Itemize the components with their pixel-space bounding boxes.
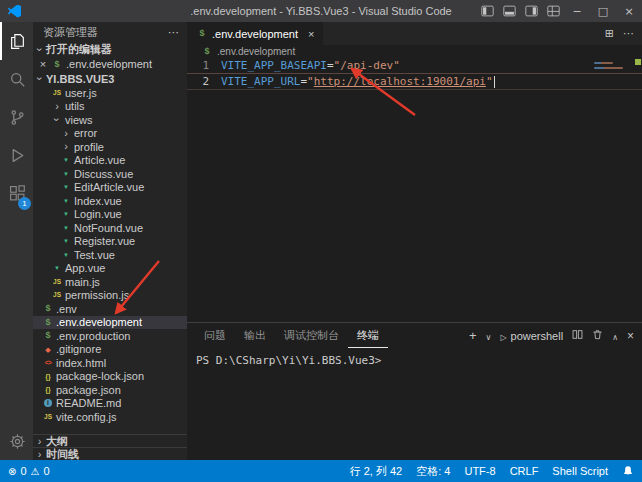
maximize-button[interactable]: □ xyxy=(590,0,616,22)
tree-item-label: .gitignore xyxy=(56,343,101,355)
cursor-position-status[interactable]: 行 2, 列 42 xyxy=(350,464,403,479)
js-file-icon xyxy=(51,279,63,286)
panel-tab-problems[interactable]: 问题 xyxy=(195,323,235,348)
tree-item-label: permission.js xyxy=(65,289,129,301)
tree-file-README.md[interactable]: README.md xyxy=(33,397,187,411)
toggle-panel-icon[interactable] xyxy=(498,0,520,22)
outline-section-header[interactable]: 大纲 xyxy=(33,434,187,447)
shell-file-icon xyxy=(196,29,208,38)
tree-file-vite.config.js[interactable]: vite.config.js xyxy=(33,410,187,424)
shell-selector[interactable]: powershell xyxy=(500,330,563,342)
timeline-section-header[interactable]: 时间线 xyxy=(33,447,187,460)
json-file-icon xyxy=(42,373,54,380)
kill-terminal-icon[interactable] xyxy=(592,329,603,342)
tree-folder-error[interactable]: error xyxy=(33,127,187,141)
status-bar: 0 0 行 2, 列 42 空格: 4 UTF-8 CRLF Shell Scr… xyxy=(0,460,642,482)
customize-layout-icon[interactable] xyxy=(542,0,564,22)
minimap[interactable] xyxy=(594,60,634,120)
tree-folder-profile[interactable]: profile xyxy=(33,140,187,154)
project-section-header[interactable]: YI.BBS.VUE3 xyxy=(33,71,187,86)
code-line-1[interactable]: 1VITE_APP_BASEAPI="/api-dev" xyxy=(187,58,642,73)
source-control-icon[interactable] xyxy=(0,98,33,136)
info-file-icon xyxy=(42,399,54,407)
tree-file-user.js[interactable]: user.js xyxy=(33,86,187,100)
indentation-status[interactable]: 空格: 4 xyxy=(416,464,450,479)
editor-tab-env-development[interactable]: .env.development xyxy=(187,22,323,45)
window-close-button[interactable]: × xyxy=(616,0,642,22)
explorer-icon[interactable] xyxy=(0,22,33,60)
panel-tab-debug-console[interactable]: 调试控制台 xyxy=(275,323,348,348)
maximize-panel-icon[interactable] xyxy=(612,330,618,342)
split-terminal-icon[interactable] xyxy=(572,329,583,342)
run-debug-icon[interactable] xyxy=(0,136,33,174)
token-link: http://localhost:19001/api xyxy=(314,75,486,88)
tree-file-.env.development[interactable]: .env.development xyxy=(33,316,187,330)
shell-file-icon xyxy=(42,318,54,327)
tree-file-package.json[interactable]: package.json xyxy=(33,383,187,397)
warning-count: 0 xyxy=(43,465,49,477)
extensions-badge: 1 xyxy=(18,197,31,210)
tree-file-App.vue[interactable]: App.vue xyxy=(33,262,187,276)
close-editor-icon[interactable] xyxy=(38,58,48,70)
code-editor[interactable]: 1VITE_APP_BASEAPI="/api-dev"2VITE_APP_UR… xyxy=(187,58,642,322)
js-file-icon xyxy=(51,292,63,299)
tree-item-label: .env xyxy=(56,303,77,315)
panel-tab-output[interactable]: 输出 xyxy=(235,323,275,348)
toggle-secondary-sidebar-icon[interactable] xyxy=(520,0,542,22)
tree-folder-utils[interactable]: utils xyxy=(33,100,187,114)
problems-status[interactable]: 0 0 xyxy=(8,465,50,477)
tree-file-permission.js[interactable]: permission.js xyxy=(33,289,187,303)
tree-file-.env.production[interactable]: .env.production xyxy=(33,329,187,343)
panel-tab-terminal[interactable]: 终端 xyxy=(348,323,388,348)
open-editor-item[interactable]: .env.development xyxy=(33,57,187,71)
tree-file-package-lock.json[interactable]: package-lock.json xyxy=(33,370,187,384)
settings-gear-icon[interactable] xyxy=(0,422,33,460)
encoding-status[interactable]: UTF-8 xyxy=(464,465,495,477)
terminal-icon xyxy=(500,330,506,342)
search-icon[interactable] xyxy=(0,60,33,98)
tree-file-Register.vue[interactable]: Register.vue xyxy=(33,235,187,249)
open-editors-header[interactable]: 打开的编辑器 xyxy=(33,42,187,57)
terminal-profile-dropdown-icon[interactable] xyxy=(486,330,492,342)
editor-actions xyxy=(605,22,634,45)
close-tab-icon[interactable] xyxy=(308,28,314,40)
minimize-button[interactable]: ─ xyxy=(564,0,590,22)
tree-item-label: Register.vue xyxy=(74,235,135,247)
tree-file-Test.vue[interactable]: Test.vue xyxy=(33,248,187,262)
overview-ruler-mark xyxy=(635,59,641,65)
statusbar-right: 行 2, 列 42 空格: 4 UTF-8 CRLF Shell Script xyxy=(350,464,634,479)
language-mode-status[interactable]: Shell Script xyxy=(552,465,608,477)
breadcrumb[interactable]: .env.development xyxy=(187,45,642,58)
sidebar-more-actions-icon[interactable] xyxy=(168,26,179,39)
chevron-collapsed-icon xyxy=(60,141,72,152)
toggle-sidebar-icon[interactable] xyxy=(476,0,498,22)
timeline-label: 时间线 xyxy=(46,447,79,461)
tree-file-.env[interactable]: .env xyxy=(33,302,187,316)
tree-file-NotFound.vue[interactable]: NotFound.vue xyxy=(33,221,187,235)
error-count: 0 xyxy=(20,465,26,477)
eol-status[interactable]: CRLF xyxy=(510,465,539,477)
minimap-line xyxy=(594,62,613,64)
chevron-expanded-icon xyxy=(33,73,46,84)
tree-file-.gitignore[interactable]: .gitignore xyxy=(33,343,187,357)
token-string: " xyxy=(486,75,493,88)
split-editor-icon[interactable] xyxy=(605,27,614,40)
tree-folder-views[interactable]: views xyxy=(33,113,187,127)
code-line-2[interactable]: 2VITE_APP_URL="http://localhost:19001/ap… xyxy=(187,73,642,90)
editor-more-actions-icon[interactable] xyxy=(623,27,634,40)
new-terminal-icon[interactable] xyxy=(469,328,477,343)
notifications-bell-icon[interactable] xyxy=(622,465,634,477)
vue-file-icon xyxy=(60,171,72,177)
tree-file-index.html[interactable]: index.html xyxy=(33,356,187,370)
extensions-icon[interactable]: 1 xyxy=(0,174,33,212)
tree-file-Index.vue[interactable]: Index.vue xyxy=(33,194,187,208)
terminal-content[interactable]: PS D:\CSharp\Yi\Yi.BBS.Vue3> xyxy=(187,348,642,460)
tree-item-label: NotFound.vue xyxy=(74,222,143,234)
tree-file-EditArticle.vue[interactable]: EditArticle.vue xyxy=(33,181,187,195)
vue-file-icon xyxy=(60,211,72,217)
tree-file-main.js[interactable]: main.js xyxy=(33,275,187,289)
tree-file-Login.vue[interactable]: Login.vue xyxy=(33,208,187,222)
tree-file-Discuss.vue[interactable]: Discuss.vue xyxy=(33,167,187,181)
close-panel-icon[interactable] xyxy=(627,329,634,343)
tree-file-Article.vue[interactable]: Article.vue xyxy=(33,154,187,168)
